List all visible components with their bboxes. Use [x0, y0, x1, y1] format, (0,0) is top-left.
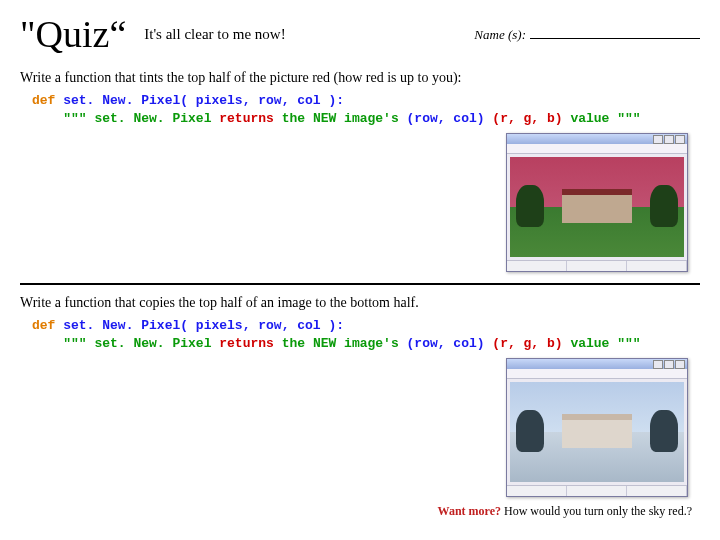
- q2-prompt: Write a function that copies the top hal…: [20, 295, 700, 311]
- q2-photo: [510, 382, 684, 482]
- name-blank-line[interactable]: [530, 26, 700, 39]
- footer-lead: Want more?: [438, 504, 501, 518]
- minimize-icon[interactable]: [653, 135, 663, 144]
- page-title: "Quiz“: [20, 12, 126, 56]
- menubar: [507, 144, 687, 154]
- q2-window: [506, 358, 688, 497]
- q1-code: def set. New. Pixel( pixels, row, col ):…: [32, 92, 700, 127]
- q1-image-wrap: [20, 133, 688, 275]
- q1-photo: [510, 157, 684, 257]
- q2-code: def set. New. Pixel( pixels, row, col ):…: [32, 317, 700, 352]
- q2-image-wrap: [20, 358, 688, 500]
- minimize-icon[interactable]: [653, 360, 663, 369]
- name-field: Name (s):: [474, 26, 700, 43]
- menubar: [507, 369, 687, 379]
- q1-window: [506, 133, 688, 272]
- maximize-icon[interactable]: [664, 360, 674, 369]
- footer-rest: How would you turn only the sky red.?: [501, 504, 692, 518]
- maximize-icon[interactable]: [664, 135, 674, 144]
- divider: [20, 283, 700, 285]
- titlebar: [507, 134, 687, 144]
- footer-note: Want more? How would you turn only the s…: [20, 504, 692, 519]
- q1-prompt: Write a function that tints the top half…: [20, 70, 700, 86]
- statusbar: [507, 485, 687, 496]
- close-icon[interactable]: [675, 360, 685, 369]
- titlebar: [507, 359, 687, 369]
- header: "Quiz“ It's all clear to me now! Name (s…: [20, 12, 700, 56]
- name-label: Name (s):: [474, 27, 526, 43]
- statusbar: [507, 260, 687, 271]
- subtitle: It's all clear to me now!: [144, 26, 285, 43]
- close-icon[interactable]: [675, 135, 685, 144]
